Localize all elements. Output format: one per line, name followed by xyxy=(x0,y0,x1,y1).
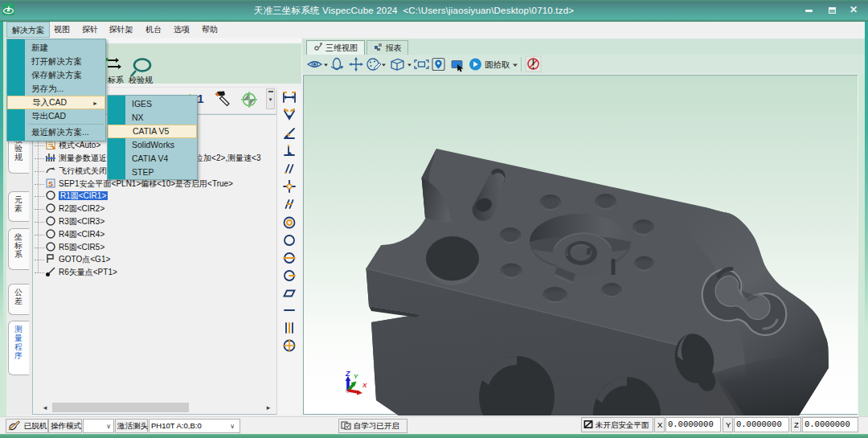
svg-text:S: S xyxy=(48,180,53,188)
svg-text:校验规: 校验规 xyxy=(128,76,153,84)
svg-text:Y: Y xyxy=(354,373,358,380)
svg-text:圆拾取: 圆拾取 xyxy=(485,59,510,69)
svg-text:标系: 标系 xyxy=(107,76,124,84)
svg-text:Z: Z xyxy=(345,370,350,378)
svg-text:X: X xyxy=(362,382,367,389)
